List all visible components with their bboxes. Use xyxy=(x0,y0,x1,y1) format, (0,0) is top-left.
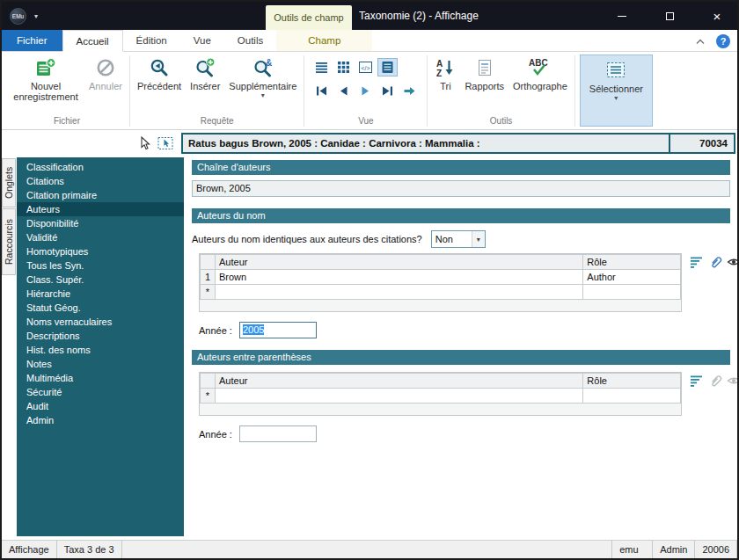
code-view-icon: </> xyxy=(359,61,372,74)
cancel-icon xyxy=(95,57,116,78)
ribbon-separator xyxy=(427,55,428,127)
sidebar-item-citations[interactable]: Citations xyxy=(17,174,184,188)
column-header-role[interactable]: Rôle xyxy=(583,374,681,389)
cancel-button: Annuler xyxy=(84,55,127,94)
spelling-button[interactable]: ABC Orthographe xyxy=(509,55,572,94)
titlebar: EMu ▾ Outils de champ Taxonomie (2) - Af… xyxy=(2,2,737,30)
grid-view-button[interactable] xyxy=(333,58,354,76)
sidebar-item-auteurs[interactable]: Auteurs xyxy=(17,202,184,216)
cell-author[interactable]: Brown xyxy=(216,270,583,285)
author-string-field[interactable]: Brown, 2005 xyxy=(192,180,730,197)
sidebar-item-descriptions[interactable]: Descriptions xyxy=(17,329,184,343)
attachment-button[interactable] xyxy=(707,254,722,269)
insert-query-button[interactable]: Insérer xyxy=(186,55,224,94)
sidebar-item-classification[interactable]: Classification xyxy=(17,160,184,174)
tab-fichier[interactable]: Fichier xyxy=(2,30,62,51)
sidebar-item-disponibilite[interactable]: Disponibilité xyxy=(17,216,184,230)
year-value-selected: 2005 xyxy=(243,324,264,335)
new-record-button[interactable]: Nouvel enregistrement xyxy=(7,55,84,105)
row-tools-button[interactable] xyxy=(689,373,704,388)
previous-query-button[interactable]: Précédent xyxy=(133,55,186,94)
paren-year-input[interactable] xyxy=(239,425,317,442)
code-view-button[interactable]: </> xyxy=(355,58,376,76)
titlebar-menu-caret-icon[interactable]: ▾ xyxy=(34,12,38,20)
paperclip-icon xyxy=(708,374,722,388)
last-record-button[interactable] xyxy=(377,82,398,100)
tab-champ[interactable]: Champ xyxy=(276,30,372,51)
year-input[interactable]: 2005 xyxy=(239,322,317,338)
rail-tab-onglets[interactable]: Onglets xyxy=(2,158,16,207)
sidebar-item-homotypiques[interactable]: Homotypiques xyxy=(17,244,184,258)
group-label-vue: Vue xyxy=(305,116,426,129)
paren-authors-grid: Auteur Rôle * xyxy=(199,372,682,416)
sidebar-item-statut-geog[interactable]: Statut Géog. xyxy=(17,301,184,315)
sort-az-icon: A Z xyxy=(435,57,456,78)
sort-button[interactable]: A Z Tri xyxy=(430,55,460,94)
column-header-role[interactable]: Rôle xyxy=(583,255,681,270)
first-record-button[interactable] xyxy=(311,82,332,100)
sidebar-item-class-super[interactable]: Class. Supér. xyxy=(17,273,184,287)
collapse-ribbon-icon[interactable] xyxy=(694,36,706,47)
maximize-button[interactable] xyxy=(651,2,688,30)
sidebar-item-noms-vernaculaires[interactable]: Noms vernaculaires xyxy=(17,315,184,329)
record-summary-row: Ratus bagus Brown, 2005 : Canidae : Carn… xyxy=(2,130,737,156)
cell-author-empty[interactable] xyxy=(216,285,583,300)
cell-author-empty[interactable] xyxy=(216,389,583,404)
ribbon-tab-row: Fichier Accueil Édition Vue Outils Champ… xyxy=(2,30,737,52)
sidebar-item-tous-les-syn[interactable]: Tous les Syn. xyxy=(17,258,184,273)
cell-role[interactable]: Author xyxy=(583,270,681,285)
sidebar-item-notes[interactable]: Notes xyxy=(17,357,184,371)
eye-icon xyxy=(727,255,738,269)
search-additional-icon: & xyxy=(252,57,274,78)
close-button[interactable]: × xyxy=(699,2,735,30)
record-summary-text: Ratus bagus Brown, 2005 : Canidae : Carn… xyxy=(183,138,669,149)
rail-tab-raccourcis[interactable]: Raccourcis xyxy=(2,208,16,275)
maximize-icon xyxy=(666,12,674,20)
svg-text:</>: </> xyxy=(362,65,370,71)
status-service: emu xyxy=(612,541,653,558)
ribbon: Nouvel enregistrement Annuler Fichier xyxy=(2,52,737,130)
sidebar-item-citation-primaire[interactable]: Citation primaire xyxy=(17,188,184,202)
page-view-button[interactable] xyxy=(377,58,398,76)
reports-icon xyxy=(474,57,495,78)
sidebar-item-admin[interactable]: Admin xyxy=(17,413,184,427)
sidebar-item-audit[interactable]: Audit xyxy=(17,399,184,413)
sidebar-item-multimedia[interactable]: Multimédia xyxy=(17,371,184,385)
cell-role-empty[interactable] xyxy=(583,285,681,300)
svg-text:Z: Z xyxy=(436,69,442,78)
tab-edition[interactable]: Édition xyxy=(123,30,180,51)
emu-logo-icon[interactable]: EMu xyxy=(10,8,26,25)
column-header-author[interactable]: Auteur xyxy=(216,255,583,270)
select-record-tool-icon[interactable] xyxy=(157,136,174,150)
table-new-row: * xyxy=(201,389,681,404)
tab-accueil[interactable]: Accueil xyxy=(62,30,123,52)
section-header-name-authors: Auteurs du nom xyxy=(192,208,730,223)
goto-record-button[interactable] xyxy=(399,82,420,100)
additional-query-button[interactable]: & Supplémentaire ▾ xyxy=(224,55,301,102)
last-record-icon xyxy=(381,84,394,98)
sidebar-item-hist-des-noms[interactable]: Hist. des noms xyxy=(17,343,184,357)
record-number: 70034 xyxy=(670,138,734,149)
pointer-tool-icon[interactable] xyxy=(138,136,150,150)
row-tools-button[interactable] xyxy=(689,254,704,269)
sidebar-item-securite[interactable]: Sécurité xyxy=(17,385,184,399)
column-header-author[interactable]: Auteur xyxy=(216,374,583,389)
chevron-down-icon: ▾ xyxy=(472,231,485,247)
ribbon-separator xyxy=(574,55,575,127)
tab-vue[interactable]: Vue xyxy=(180,30,224,51)
help-icon[interactable]: ? xyxy=(716,34,730,48)
group-label-requete: Requête xyxy=(131,116,303,129)
reports-button[interactable]: Rapports xyxy=(460,55,509,94)
same-authors-dropdown[interactable]: Non ▾ xyxy=(431,230,486,248)
list-view-button[interactable] xyxy=(311,58,332,76)
select-button[interactable]: Sélectionner ▾ xyxy=(580,55,653,127)
sidebar-item-hierarchie[interactable]: Hiérarchie xyxy=(17,287,184,301)
previous-record-button[interactable] xyxy=(333,82,354,100)
cell-role-empty[interactable] xyxy=(583,389,681,404)
tab-outils[interactable]: Outils xyxy=(224,30,276,51)
status-bar: Affichage Taxa 3 de 3 emu Admin 20006 xyxy=(2,540,737,558)
eye-button[interactable] xyxy=(726,254,737,269)
minimize-button[interactable] xyxy=(604,2,640,30)
next-record-button[interactable] xyxy=(355,82,376,100)
sidebar-item-validite[interactable]: Validité xyxy=(17,230,184,244)
